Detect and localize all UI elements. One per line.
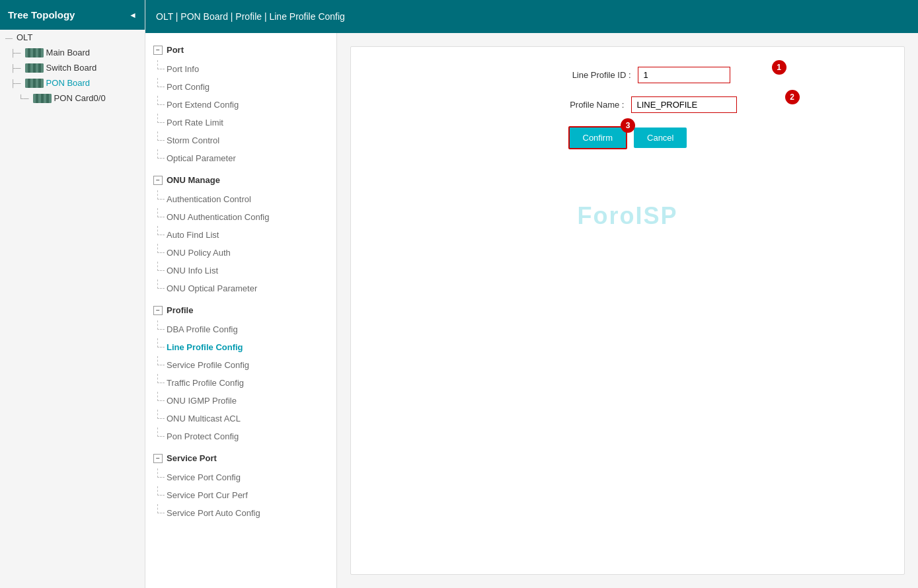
menu-item-service-profile-config[interactable]: Service Profile Config [145, 356, 336, 374]
menu-section-header-port[interactable]: − Port [145, 40, 336, 60]
menu-item-onu-info-list[interactable]: ONU Info List [145, 262, 336, 279]
menu-item-traffic-profile-config[interactable]: Traffic Profile Config [145, 374, 336, 392]
tree-item-main-board[interactable]: ├─ Main Board [0, 45, 145, 60]
port-section-label: Port [167, 45, 184, 55]
sidebar-title-text: Tree Topology [8, 9, 75, 20]
menu-item-line-profile-config[interactable]: Line Profile Config [145, 338, 336, 356]
main-board-label: Main Board [46, 48, 90, 57]
menu-item-port-extend-config[interactable]: Port Extend Config [145, 96, 336, 114]
tree-item-switch-board[interactable]: ├─ Switch Board [0, 60, 145, 75]
tree-item-pon-board[interactable]: ├─ PON Board [0, 75, 145, 91]
menu-item-port-config[interactable]: Port Config [145, 78, 336, 96]
menu-item-port-rate-limit[interactable]: Port Rate Limit [145, 114, 336, 131]
service-port-section-label: Service Port [167, 453, 217, 463]
left-menu: − Port Port Info Port Config Port Extend… [145, 33, 337, 588]
pon-board-label: PON Board [46, 78, 90, 88]
content-columns: − Port Port Info Port Config Port Extend… [145, 33, 918, 588]
menu-section-onu-manage: − ONU Manage Authentication Control ONU … [145, 170, 336, 297]
collapse-icon-service-port: − [153, 454, 163, 463]
menu-item-onu-optical-parameter[interactable]: ONU Optical Parameter [145, 279, 336, 297]
badge-2: 2 [785, 90, 800, 104]
tree-connector: — [5, 34, 13, 42]
tree-connector: ├─ [11, 49, 21, 57]
profile-name-label: Profile Name : [519, 100, 625, 110]
menu-section-header-onu-manage[interactable]: − ONU Manage [145, 170, 336, 190]
menu-item-auto-find-list[interactable]: Auto Find List [145, 226, 336, 244]
watermark: ForoISP [377, 202, 878, 230]
menu-item-onu-auth-config[interactable]: ONU Authentication Config [145, 208, 336, 226]
sub-header: OLT | PON Board | Profile | Line Profile… [145, 0, 918, 33]
form-container: Line Profile ID : 1 Profile Name : 2 Con… [350, 46, 905, 575]
switch-board-label: Switch Board [46, 63, 97, 73]
menu-item-onu-multicast-acl[interactable]: ONU Multicast ACL [145, 410, 336, 427]
menu-section-profile: − Profile DBA Profile Config Line Profil… [145, 300, 336, 445]
content-area: OLT | PON Board | Profile | Line Profile… [145, 0, 918, 588]
menu-item-service-port-cur-perf[interactable]: Service Port Cur Perf [145, 486, 336, 504]
menu-item-service-port-auto-config[interactable]: Service Port Auto Config [145, 504, 336, 522]
pon-card-icon [33, 94, 52, 103]
tree-item-pon-card[interactable]: └─ PON Card0/0 [0, 91, 145, 106]
menu-item-dba-profile-config[interactable]: DBA Profile Config [145, 320, 336, 338]
profile-section-label: Profile [167, 305, 193, 315]
line-profile-id-label: Line Profile ID : [525, 70, 631, 80]
watermark-sp: SP [643, 202, 677, 229]
collapse-arrow-icon[interactable]: ◄ [129, 11, 137, 20]
watermark-foro: Foro [577, 202, 635, 229]
menu-item-optical-parameter[interactable]: Optical Parameter [145, 149, 336, 167]
form-row-profile-id: Line Profile ID : 1 [377, 67, 878, 83]
breadcrumb: OLT | PON Board | Profile | Line Profile… [156, 11, 345, 22]
watermark-i: I [635, 202, 643, 229]
olt-label: OLT [17, 32, 32, 42]
tree-connector: └─ [19, 94, 29, 102]
switch-board-icon [25, 63, 44, 73]
badge-3: 3 [621, 118, 635, 133]
menu-item-service-port-config[interactable]: Service Port Config [145, 468, 336, 486]
menu-item-storm-control[interactable]: Storm Control [145, 131, 336, 149]
menu-item-authentication-control[interactable]: Authentication Control [145, 190, 336, 208]
line-profile-id-input[interactable] [638, 67, 730, 83]
collapse-icon-onu-manage: − [153, 176, 163, 185]
menu-section-header-service-port[interactable]: − Service Port [145, 448, 336, 468]
sidebar: Tree Topology ◄ — OLT ├─ Main Board ├─ S… [0, 0, 145, 588]
form-row-profile-name: Profile Name : 2 [377, 96, 878, 113]
main-board-icon [25, 48, 44, 57]
menu-section-port: − Port Port Info Port Config Port Extend… [145, 40, 336, 167]
watermark-text: ForoISP [577, 202, 677, 230]
menu-item-onu-policy-auth[interactable]: ONU Policy Auth [145, 244, 336, 262]
pon-card-label: PON Card0/0 [54, 93, 106, 103]
tree-connector: ├─ [11, 79, 21, 87]
confirm-button[interactable]: Confirm [568, 126, 628, 149]
sidebar-title: Tree Topology ◄ [0, 0, 145, 30]
menu-item-onu-igmp-profile[interactable]: ONU IGMP Profile [145, 392, 336, 410]
collapse-icon-port: − [153, 46, 163, 55]
onu-manage-section-label: ONU Manage [167, 175, 220, 185]
tree-connector: ├─ [11, 64, 21, 72]
pon-board-icon [25, 79, 44, 88]
menu-item-pon-protect-config[interactable]: Pon Protect Config [145, 427, 336, 445]
menu-item-port-info[interactable]: Port Info [145, 60, 336, 78]
badge-1: 1 [772, 60, 786, 75]
right-panel: Line Profile ID : 1 Profile Name : 2 Con… [337, 33, 918, 588]
profile-name-input[interactable] [631, 96, 737, 113]
menu-section-service-port: − Service Port Service Port Config Servi… [145, 448, 336, 522]
menu-section-header-profile[interactable]: − Profile [145, 300, 336, 320]
cancel-button[interactable]: Cancel [634, 128, 687, 148]
tree-item-olt[interactable]: — OLT [0, 30, 145, 45]
collapse-icon-profile: − [153, 306, 163, 315]
